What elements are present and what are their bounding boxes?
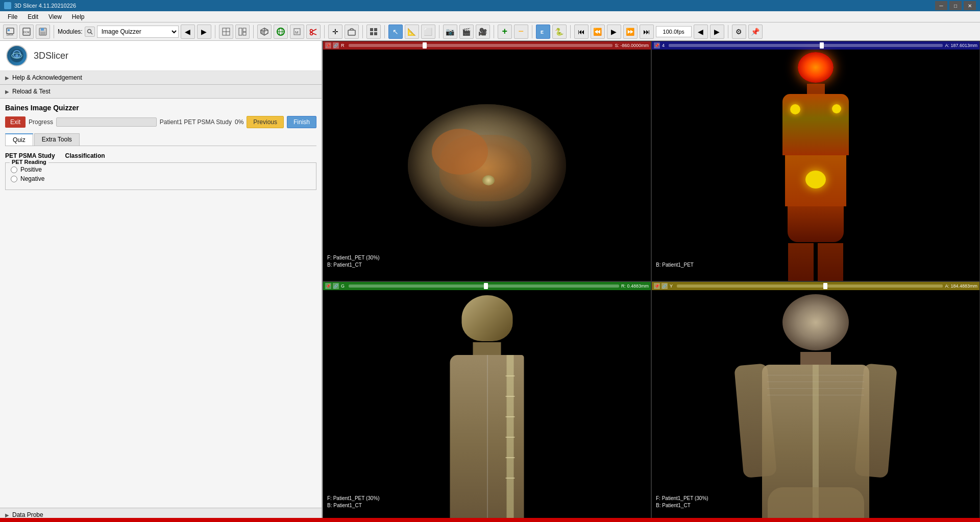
menu-edit[interactable]: Edit: [23, 12, 43, 22]
view-grid[interactable]: [366, 25, 381, 39]
search-module-button[interactable]: [85, 27, 95, 37]
pet-reading-legend: PET Reading: [10, 159, 48, 165]
pin-btn[interactable]: 📌: [748, 25, 763, 39]
axial-view-label: F: Patient1_PET (30%) B: Patient1_CT: [327, 254, 380, 269]
finish-button[interactable]: Finish: [287, 116, 316, 128]
toolbox-button[interactable]: [345, 25, 359, 39]
sphere-button[interactable]: [274, 25, 288, 39]
tab-extra-tools[interactable]: Extra Tools: [34, 133, 80, 146]
axial-pin-icon[interactable]: 📌: [325, 42, 331, 49]
negative-radio[interactable]: [11, 176, 17, 182]
first-frame-btn[interactable]: ⏮: [574, 25, 589, 39]
save-button[interactable]: [36, 25, 50, 39]
scissors-button[interactable]: [306, 25, 321, 39]
pet-label1: B: Patient1_PET: [656, 262, 694, 269]
quizzer-section: Baines Image Quizzer Exit Progress Patie…: [0, 99, 322, 508]
help-section-header[interactable]: ▶ Help & Acknowledgement: [0, 71, 322, 84]
cor-pin-icon[interactable]: 📌: [654, 283, 660, 289]
fps-next-btn[interactable]: ▶: [710, 25, 724, 39]
svg-rect-33: [374, 32, 377, 35]
module-next-button[interactable]: ▶: [197, 25, 211, 39]
view3d-btn[interactable]: 🎬: [459, 25, 474, 39]
sagittal-view-label: F: Patient1_PET (30%) B: Patient1_CT: [327, 495, 380, 509]
module-dropdown[interactable]: Image Quizzer: [97, 26, 179, 38]
data-button[interactable]: DATA: [3, 25, 17, 39]
svg-rect-32: [370, 32, 373, 35]
svg-rect-30: [370, 28, 373, 31]
previous-button[interactable]: Previous: [247, 116, 284, 128]
tab-quiz[interactable]: Quiz: [5, 133, 33, 146]
axial-slider-label: R: [341, 43, 345, 48]
sag-link-icon[interactable]: 🔗: [333, 283, 339, 289]
layout-btn1[interactable]: [219, 25, 233, 39]
module-prev-button[interactable]: ◀: [181, 25, 195, 39]
pet-slider-value: A: 187.6013mm: [945, 43, 977, 48]
cor-label1: F: Patient1_PET (30%): [656, 495, 708, 502]
svg-rect-1: [8, 29, 10, 31]
crosshair-button[interactable]: ✛: [328, 25, 342, 39]
minimize-button[interactable]: ─: [935, 1, 947, 10]
measure-btn[interactable]: 📐: [405, 25, 419, 39]
fps-input[interactable]: [656, 26, 692, 37]
axial-slider-track[interactable]: [349, 44, 613, 47]
next-frame-btn[interactable]: ⏩: [623, 25, 638, 39]
sag-slider-track[interactable]: [349, 284, 619, 288]
exit-button[interactable]: Exit: [5, 116, 26, 128]
svg-text:DATA: DATA: [7, 33, 13, 36]
study-label: PET PSMA Study: [5, 152, 55, 159]
help-section: ▶ Help & Acknowledgement: [0, 71, 322, 85]
play-btn[interactable]: ▶: [607, 25, 621, 39]
positive-radio[interactable]: [11, 167, 17, 173]
sag-pin-icon[interactable]: 📌: [325, 283, 331, 289]
axial-icons: 📌 🔗: [325, 42, 339, 49]
reload-section: ▶ Reload & Test: [0, 85, 322, 99]
view-axial[interactable]: 📌 🔗 R S: -860.0000mm: [323, 41, 651, 281]
plus-btn[interactable]: +: [498, 25, 512, 39]
ext-btn[interactable]: E: [536, 25, 550, 39]
patient-info: Patient1 PET PSMA Study: [160, 118, 232, 126]
fps-prev-btn[interactable]: ◀: [694, 25, 708, 39]
view-sagittal[interactable]: 📌 🔗 G R: 0.4883mm: [323, 281, 651, 522]
negative-label[interactable]: Negative: [20, 175, 44, 182]
module-selector: Modules: Image Quizzer ◀ ▶: [58, 25, 211, 39]
menu-view[interactable]: View: [44, 12, 66, 22]
view-pet[interactable]: 📌 4 A: 187.6013mm: [651, 41, 980, 281]
pet-slider-track[interactable]: [669, 44, 943, 47]
svg-point-39: [15, 54, 18, 57]
axial-label2: B: Patient1_CT: [327, 262, 380, 269]
screenshot-btn[interactable]: 📷: [443, 25, 457, 39]
dcm-button[interactable]: DCM: [19, 25, 34, 39]
cursor-btn[interactable]: ↖: [388, 25, 403, 39]
axial-link-icon[interactable]: 🔗: [333, 42, 339, 49]
prev-frame-btn[interactable]: ⏪: [591, 25, 605, 39]
roi-btn[interactable]: ⬜: [421, 25, 435, 39]
progress-row: Exit Progress Patient1 PET PSMA Study 0%…: [5, 116, 316, 128]
layout-btn2[interactable]: [235, 25, 250, 39]
svg-line-9: [90, 32, 92, 34]
cor-slider-value: A: 184.4883mm: [945, 283, 977, 289]
main-layout: 3DSlicer ▶ Help & Acknowledgement ▶ Relo…: [0, 41, 980, 522]
progress-percent: 0%: [235, 118, 243, 126]
markup-button[interactable]: M: [290, 25, 304, 39]
cor-link-icon[interactable]: 🔗: [662, 283, 668, 289]
menu-help[interactable]: Help: [67, 12, 89, 22]
last-frame-btn[interactable]: ⏭: [640, 25, 654, 39]
positive-label[interactable]: Positive: [20, 166, 42, 173]
python-btn[interactable]: 🐍: [552, 25, 567, 39]
data-probe-label: Data Probe: [12, 511, 43, 518]
reload-section-header[interactable]: ▶ Reload & Test: [0, 85, 322, 98]
coronal-view-label: F: Patient1_PET (30%) B: Patient1_CT: [656, 495, 708, 509]
view-coronal[interactable]: 📌 🔗 Y A: 184.4883mm: [651, 281, 980, 522]
cor-slider-track[interactable]: [677, 284, 943, 288]
capture-btn[interactable]: 🎥: [476, 25, 490, 39]
maximize-button[interactable]: □: [949, 1, 962, 10]
minus-btn[interactable]: −: [514, 25, 528, 39]
toolbar: DATA DCM Modules: Image Quizzer ◀ ▶ M ✛: [0, 22, 980, 41]
study-row: PET PSMA Study Classification: [5, 152, 316, 159]
pet-pin-icon[interactable]: 📌: [654, 42, 660, 49]
menu-file[interactable]: File: [3, 12, 22, 22]
settings-btn[interactable]: ⚙: [732, 25, 746, 39]
coronal-slider-bar: 📌 🔗 Y A: 184.4883mm: [652, 282, 979, 290]
close-button[interactable]: ✕: [964, 1, 976, 10]
cube-button[interactable]: [257, 25, 272, 39]
